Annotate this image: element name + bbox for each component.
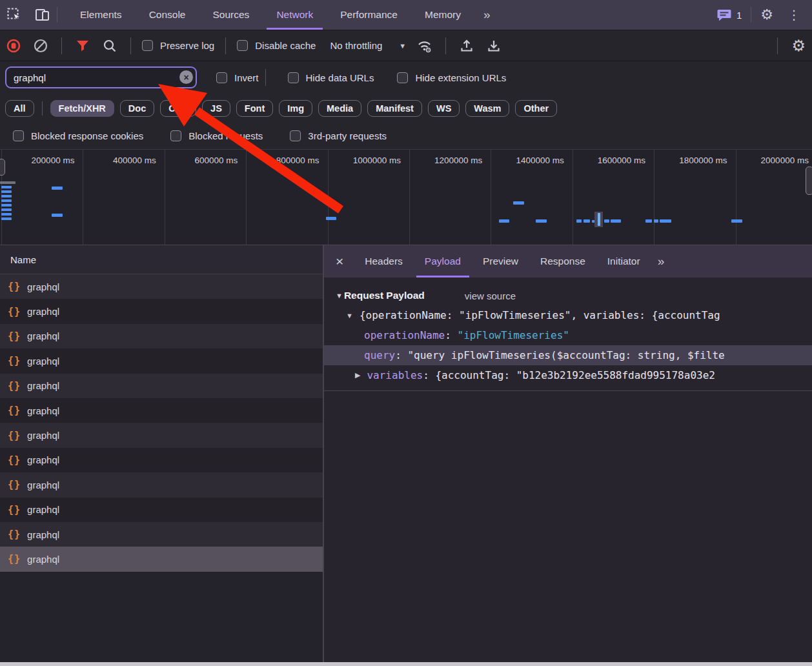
tab-console[interactable]: Console [136, 0, 199, 30]
payload-preview-line[interactable]: ▼ {operationName: "ipFlowTimeseries", va… [324, 305, 812, 325]
request-timing-mark[interactable] [645, 219, 652, 223]
request-timing-mark[interactable] [52, 214, 63, 217]
request-timing-mark[interactable] [513, 201, 524, 205]
request-timing-mark[interactable] [536, 219, 547, 223]
request-timing-mark[interactable] [0, 181, 15, 184]
chip-img[interactable]: Img [279, 100, 312, 117]
inspect-element-icon[interactable] [0, 0, 28, 30]
table-row[interactable]: {}graphql [0, 423, 323, 447]
table-row[interactable]: {}graphql [0, 274, 323, 299]
blocked-response-cookies-checkbox[interactable]: Blocked response cookies [9, 130, 147, 141]
hide-extension-urls-checkbox[interactable]: Hide extension URLs [393, 72, 510, 83]
tab-sources[interactable]: Sources [199, 0, 263, 30]
request-timing-mark[interactable] [1, 199, 12, 202]
checkbox[interactable] [237, 40, 248, 51]
checkbox[interactable] [397, 72, 408, 83]
request-timing-mark[interactable] [1, 208, 12, 211]
payload-query-line[interactable]: query: "query ipFlowTimeseries($accountT… [324, 345, 812, 365]
throttling-select[interactable]: No throttling ▼ [330, 40, 406, 51]
request-timing-mark[interactable] [660, 219, 671, 223]
detail-tab-headers[interactable]: Headers [354, 245, 414, 278]
table-row[interactable]: {}graphql [0, 498, 323, 522]
detail-tab-preview[interactable]: Preview [472, 245, 529, 278]
request-timing-mark[interactable] [654, 219, 658, 223]
request-timing-mark[interactable] [604, 219, 609, 223]
search-icon[interactable] [96, 30, 123, 61]
chip-all[interactable]: All [5, 100, 34, 117]
chip-js[interactable]: JS [202, 100, 230, 117]
chip-manifest[interactable]: Manifest [367, 100, 422, 117]
request-timing-mark[interactable] [1, 195, 12, 197]
table-row[interactable]: {}graphql [0, 448, 323, 472]
menu-dots-icon[interactable]: ⋮ [782, 7, 806, 23]
checkbox[interactable] [290, 130, 301, 141]
checkbox[interactable] [170, 130, 181, 141]
table-row[interactable]: {}graphql [0, 522, 323, 547]
table-row[interactable]: {}graphql [0, 547, 323, 571]
import-har-icon[interactable] [453, 30, 480, 61]
chip-css[interactable]: CSS [160, 100, 196, 117]
blocked-requests-checkbox[interactable]: Blocked requests [167, 130, 267, 141]
overview-timeline[interactable]: 200000 ms400000 ms600000 ms800000 ms1000… [0, 150, 812, 245]
request-timing-mark[interactable] [1, 190, 12, 193]
request-timing-mark[interactable] [1, 217, 12, 220]
disable-cache-checkbox[interactable]: Disable cache [233, 40, 320, 51]
request-timing-mark[interactable] [611, 219, 621, 223]
request-timing-mark[interactable] [499, 219, 509, 223]
detail-tab-payload[interactable]: Payload [414, 245, 472, 278]
invert-checkbox[interactable]: Invert [212, 72, 263, 83]
checkbox[interactable] [142, 40, 153, 51]
tab-elements[interactable]: Elements [66, 0, 136, 30]
request-timing-mark[interactable] [52, 187, 63, 190]
export-har-icon[interactable] [480, 30, 507, 61]
detail-tab-initiator[interactable]: Initiator [596, 245, 651, 278]
overview-grip-left[interactable] [0, 159, 5, 176]
chip-font[interactable]: Font [236, 100, 273, 117]
request-payload-section[interactable]: ▼ Request Payload view source [324, 286, 812, 305]
more-tabs-icon[interactable]: » [474, 0, 498, 30]
chip-other[interactable]: Other [515, 100, 557, 117]
request-timing-mark[interactable] [1, 213, 12, 216]
detail-tab-response[interactable]: Response [529, 245, 596, 278]
table-row[interactable]: {}graphql [0, 374, 323, 398]
table-row[interactable]: {}graphql [0, 324, 323, 348]
view-source-link[interactable]: view source [465, 290, 516, 301]
request-timing-mark[interactable] [1, 204, 12, 207]
filter-funnel-icon[interactable] [69, 30, 96, 61]
more-detail-tabs-icon[interactable]: » [651, 245, 670, 278]
filter-input[interactable] [5, 66, 197, 88]
3rd-party-requests-checkbox[interactable]: 3rd-party requests [286, 130, 391, 141]
chip-fetch-xhr[interactable]: Fetch/XHR [50, 100, 114, 117]
table-row[interactable]: {}graphql [0, 348, 323, 373]
table-row[interactable]: {}graphql [0, 398, 323, 423]
table-row[interactable]: {}graphql [0, 299, 323, 323]
network-settings-gear-icon[interactable]: ⚙ [785, 38, 812, 54]
checkbox[interactable] [216, 72, 227, 83]
hide-data-urls-checkbox[interactable]: Hide data URLs [284, 72, 378, 83]
request-timing-mark[interactable] [576, 219, 582, 223]
record-button[interactable] [0, 30, 27, 61]
request-timing-mark[interactable] [326, 217, 336, 220]
chip-wasm[interactable]: Wasm [465, 100, 509, 117]
checkbox[interactable] [13, 130, 24, 141]
request-timing-mark[interactable] [731, 219, 742, 223]
table-row[interactable]: {}graphql [0, 472, 323, 497]
name-column-header[interactable]: Name [0, 245, 323, 274]
clear-filter-icon[interactable]: × [179, 70, 193, 84]
chip-doc[interactable]: Doc [120, 100, 154, 117]
issues-button[interactable]: 1 [710, 8, 748, 22]
tab-network[interactable]: Network [263, 0, 327, 30]
clear-button[interactable] [27, 30, 54, 61]
chip-ws[interactable]: WS [428, 100, 460, 117]
device-toolbar-icon[interactable] [28, 0, 57, 30]
tab-memory[interactable]: Memory [411, 0, 474, 30]
network-conditions-icon[interactable] [411, 30, 438, 61]
close-icon[interactable]: × [324, 245, 354, 278]
request-timing-mark[interactable] [1, 186, 12, 188]
settings-gear-icon[interactable]: ⚙ [754, 8, 780, 22]
payload-operationname-line[interactable]: operationName: "ipFlowTimeseries" [324, 325, 812, 345]
preserve-log-checkbox[interactable]: Preserve log [138, 40, 218, 51]
request-timing-mark[interactable] [584, 219, 590, 223]
tab-performance[interactable]: Performance [327, 0, 411, 30]
overview-grip-right[interactable] [806, 166, 812, 195]
